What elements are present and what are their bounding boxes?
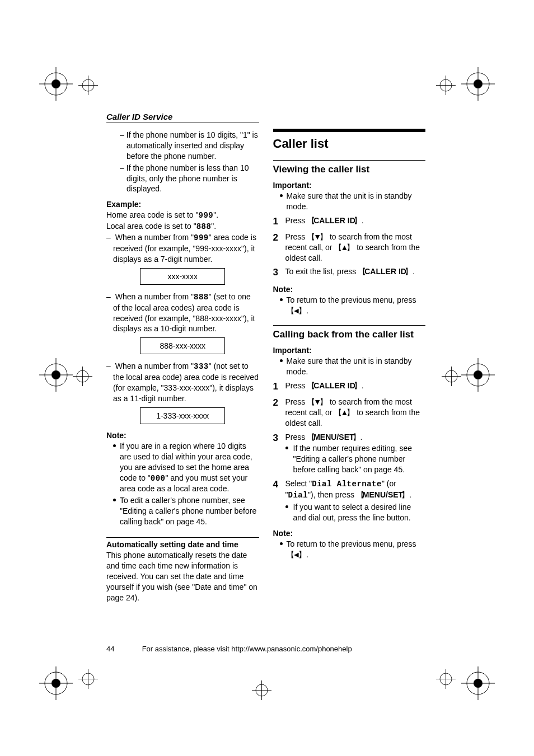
caller-id-key: CALLER ID [307, 381, 362, 390]
regmark-icon [39, 666, 73, 700]
important-item: Make sure that the unit is in standby mo… [280, 191, 426, 212]
example-label: Example: [106, 200, 259, 209]
regmark-icon [39, 67, 73, 101]
menu-set-key: MENU/SET [357, 490, 409, 499]
down-arrow-key: ▼ [307, 232, 327, 241]
regmark-cross-icon [73, 367, 92, 386]
example-case: When a number from "888" (set to one of … [106, 292, 259, 335]
regmark-cross-icon [442, 367, 461, 386]
step-1: 1 Press CALLER ID. [273, 381, 426, 393]
continuation-item: If the phone number is 10 digits, "1" is… [120, 130, 259, 162]
page-number: 44 [106, 645, 140, 653]
left-column: Caller ID Service If the phone number is… [106, 112, 259, 603]
regmark-icon [461, 666, 495, 700]
step-1: 1 Press CALLER ID. [273, 215, 426, 228]
left-arrow-key: ◄ [287, 306, 307, 315]
main-heading: Caller list [273, 137, 426, 151]
footer-text: For assistance, please visit http://www.… [142, 645, 352, 653]
page-footer: 44 For assistance, please visit http://w… [106, 645, 425, 653]
menu-set-key: MENU/SET [307, 433, 360, 442]
example-line: Local area code is set to "888". [106, 221, 259, 232]
down-arrow-key: ▼ [307, 397, 327, 406]
note-item: If you are in a region where 10 digits a… [113, 441, 259, 494]
step-sub-bullet: If you want to select a desired line and… [285, 502, 426, 523]
left-arrow-key: ◄ [287, 550, 307, 559]
sub-heading: Calling back from the caller list [273, 329, 426, 340]
important-label: Important: [273, 181, 426, 190]
right-column: Caller list Viewing the caller list Impo… [273, 112, 426, 603]
display-example-box: 1-333-xxx-xxxx [140, 407, 225, 424]
sub-heading: Viewing the caller list [273, 164, 426, 175]
regmark-icon [39, 358, 73, 392]
example-case: When a number from "333" (not set to the… [106, 361, 259, 404]
section-title: Caller ID Service [106, 112, 259, 123]
up-arrow-key: ▲ [334, 243, 354, 252]
step-3: 3 Press MENU/SET. If the number requires… [273, 432, 426, 476]
subsection-heading: Automatically setting date and time [106, 540, 259, 549]
example-case: When a number from "999" area code is re… [106, 232, 259, 265]
regmark-icon [461, 358, 495, 392]
regmark-cross-icon [436, 669, 456, 689]
note-item: To return to the previous menu, press ◄. [280, 295, 426, 316]
note-item: To return to the previous menu, press ◄. [280, 539, 426, 560]
caller-id-key: CALLER ID [358, 267, 413, 276]
regmark-cross-icon [78, 669, 98, 689]
regmark-cross-icon [252, 680, 271, 700]
step-3: 3 To exit the list, press CALLER ID. [273, 266, 426, 279]
step-4: 4 Select "Dial Alternate" (or "Dial"), t… [273, 478, 426, 523]
step-2: 2 Press ▼ to search from the most recent… [273, 397, 426, 429]
important-item: Make sure that the unit is in standby mo… [280, 356, 426, 377]
display-example-box: xxx-xxxx [140, 268, 225, 285]
note-label: Note: [106, 431, 259, 440]
important-label: Important: [273, 346, 426, 355]
note-label: Note: [273, 285, 426, 294]
regmark-cross-icon [436, 76, 456, 95]
display-example-box: 888-xxx-xxxx [140, 337, 225, 354]
note-label: Note: [273, 529, 426, 538]
up-arrow-key: ▲ [334, 408, 354, 417]
regmark-cross-icon [78, 76, 98, 95]
continuation-item: If the phone number is less than 10 digi… [120, 163, 259, 195]
regmark-icon [461, 67, 495, 101]
step-sub-bullet: If the number requires editing, see "Edi… [285, 443, 426, 475]
note-item: To edit a caller's phone number, see "Ed… [113, 495, 259, 527]
example-line: Home area code is set to "999". [106, 210, 259, 221]
subsection-body: This phone automatically resets the date… [106, 550, 259, 603]
caller-id-key: CALLER ID [307, 216, 362, 225]
step-2: 2 Press ▼ to search from the most recent… [273, 232, 426, 264]
